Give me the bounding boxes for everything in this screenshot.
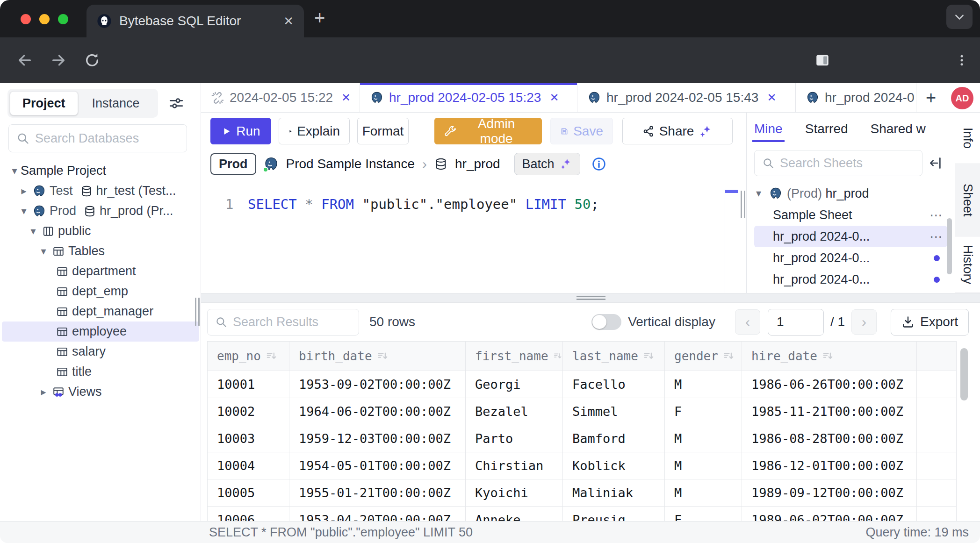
table-cell[interactable]: Georgi: [466, 371, 563, 398]
table-cell[interactable]: M: [665, 371, 742, 398]
database-name[interactable]: hr_prod: [455, 157, 500, 171]
close-window-button[interactable]: [21, 14, 31, 24]
column-header[interactable]: last_name: [563, 342, 665, 371]
tab-mine[interactable]: Mine: [754, 121, 783, 136]
forward-button[interactable]: [50, 52, 66, 68]
table-cell[interactable]: Simmel: [563, 398, 665, 425]
worksheet-tab-2-active[interactable]: hr_prod 2024-02-05 15:23 ✕: [360, 83, 577, 112]
sort-icon[interactable]: [723, 350, 735, 362]
sheet-item-menu-icon[interactable]: ⋯: [930, 207, 944, 223]
table-cell[interactable]: Koblick: [563, 452, 665, 479]
table-cell[interactable]: 1953-09-02T00:00:00Z: [289, 371, 466, 398]
table-row[interactable]: 10006 1953-04-20T00:00:00Z Anneke Preusi…: [208, 506, 956, 521]
table-cell[interactable]: 1955-01-21T00:00:00Z: [289, 479, 466, 506]
sheet-item-sample[interactable]: Sample Sheet ⋯: [754, 204, 947, 226]
table-cell[interactable]: Chirstian: [466, 452, 563, 479]
collapse-panel-icon[interactable]: [928, 156, 943, 171]
close-tab-icon[interactable]: ✕: [767, 91, 776, 104]
editor-overview-ruler[interactable]: [725, 189, 739, 293]
tree-node-schema-public[interactable]: ▾ public: [0, 221, 201, 241]
close-tab-icon[interactable]: ✕: [549, 91, 559, 104]
page-number-input[interactable]: [768, 309, 824, 336]
sidebar-resize-handle[interactable]: [195, 298, 200, 326]
table-cell[interactable]: M: [665, 479, 742, 506]
filter-sliders-icon[interactable]: [168, 95, 184, 111]
sort-icon[interactable]: [643, 350, 655, 362]
table-cell[interactable]: 1964-06-02T00:00:00Z: [289, 398, 466, 425]
sheet-item-current[interactable]: hr_prod 2024-0... ⋯: [754, 226, 947, 247]
tab-sheet[interactable]: Sheet: [955, 164, 980, 236]
tab-shared[interactable]: Shared w: [871, 121, 926, 136]
table-row[interactable]: 10005 1955-01-21T00:00:00Z Kyoichi Malin…: [208, 479, 956, 506]
export-button[interactable]: Export: [891, 309, 969, 336]
caret-down-icon[interactable]: ▾: [8, 165, 21, 177]
table-cell[interactable]: Facello: [563, 371, 665, 398]
tree-node-table-dept-manager[interactable]: dept_manager: [0, 301, 201, 322]
tab-starred[interactable]: Starred: [805, 121, 848, 136]
prev-page-button[interactable]: ‹: [735, 309, 760, 335]
database-search[interactable]: [8, 124, 187, 152]
user-avatar[interactable]: AD: [951, 87, 973, 109]
tree-node-hr-test[interactable]: ▸ Test hr_test (Test...: [0, 181, 201, 201]
table-cell[interactable]: F: [665, 398, 742, 425]
worksheet-tab-1[interactable]: 2024-02-05 15:22 ✕: [201, 83, 360, 112]
sheet-item-menu-icon[interactable]: ⋯: [930, 229, 944, 244]
table-cell[interactable]: 1953-04-20T00:00:00Z: [289, 507, 466, 521]
tree-node-table-dept-emp[interactable]: dept_emp: [0, 281, 201, 301]
caret-right-icon[interactable]: ▸: [18, 185, 30, 197]
caret-right-icon[interactable]: ▸: [37, 386, 50, 398]
table-row[interactable]: 10004 1954-05-01T00:00:00Z Chirstian Kob…: [208, 452, 956, 479]
table-cell[interactable]: Bamford: [563, 425, 665, 452]
side-panel-icon[interactable]: [814, 52, 830, 68]
worksheet-tab-3[interactable]: hr_prod 2024-02-05 15:43 ✕: [577, 83, 796, 112]
worksheet-tab-4[interactable]: hr_prod 2024-0: [796, 83, 916, 112]
table-cell[interactable]: 10003: [208, 425, 289, 452]
column-header[interactable]: hire_date: [742, 342, 917, 371]
table-cell[interactable]: M: [665, 425, 742, 452]
table-cell[interactable]: F: [665, 507, 742, 521]
tree-node-table-employee[interactable]: employee: [2, 322, 199, 342]
back-button[interactable]: [17, 52, 33, 68]
results-search-input[interactable]: [233, 315, 351, 329]
format-button[interactable]: Format: [357, 118, 409, 144]
table-row[interactable]: 10002 1964-06-02T00:00:00Z Bezalel Simme…: [208, 398, 956, 425]
browser-tab[interactable]: Bytebase SQL Editor ✕: [86, 5, 304, 37]
caret-down-icon[interactable]: ▾: [18, 205, 30, 217]
caret-down-icon[interactable]: ▾: [756, 187, 769, 200]
minimize-window-button[interactable]: [39, 14, 50, 24]
table-cell[interactable]: 1989-09-12T00:00:00Z: [742, 479, 917, 506]
tab-history[interactable]: History: [955, 236, 980, 293]
connection-info-icon[interactable]: [591, 157, 606, 171]
vertical-display-toggle[interactable]: [591, 314, 621, 330]
instance-name[interactable]: Prod Sample Instance: [286, 157, 415, 171]
next-page-button[interactable]: ›: [851, 309, 877, 335]
table-cell[interactable]: 10004: [208, 452, 289, 479]
browser-menu-button[interactable]: [955, 53, 969, 67]
table-cell[interactable]: 1959-12-03T00:00:00Z: [289, 425, 466, 452]
tree-node-table-title[interactable]: title: [0, 362, 201, 382]
table-cell[interactable]: 1986-08-28T00:00:00Z: [742, 425, 917, 452]
tree-node-tables-group[interactable]: ▾ Tables: [0, 241, 201, 261]
batch-button[interactable]: Batch: [514, 153, 580, 175]
sort-icon[interactable]: [266, 350, 278, 362]
database-search-input[interactable]: [35, 131, 179, 146]
column-header[interactable]: birth_date: [289, 342, 466, 371]
table-cell[interactable]: 10006: [208, 507, 289, 521]
explain-button[interactable]: Explain: [279, 118, 350, 144]
admin-mode-button[interactable]: Admin mode: [434, 118, 542, 144]
results-search[interactable]: [207, 309, 359, 336]
table-cell[interactable]: 1986-06-26T00:00:00Z: [742, 371, 917, 398]
table-cell[interactable]: 1989-06-02T00:00:00Z: [742, 507, 917, 521]
sheet-group-row[interactable]: ▾ (Prod) hr_prod: [754, 183, 947, 204]
splitter-handle-icon[interactable]: [576, 296, 605, 300]
tree-node-table-salary[interactable]: salary: [0, 342, 201, 362]
run-button[interactable]: Run: [210, 118, 271, 144]
tab-instance[interactable]: Instance: [80, 91, 152, 115]
close-tab-icon[interactable]: ✕: [341, 91, 351, 104]
sort-icon[interactable]: [377, 350, 389, 362]
caret-down-icon[interactable]: ▾: [37, 245, 50, 257]
sheet-item-3[interactable]: hr_prod 2024-0...: [754, 247, 947, 269]
column-header[interactable]: first_name: [466, 342, 563, 371]
table-cell[interactable]: 10002: [208, 398, 289, 425]
tree-node-views-group[interactable]: ▸ Views: [0, 382, 201, 402]
